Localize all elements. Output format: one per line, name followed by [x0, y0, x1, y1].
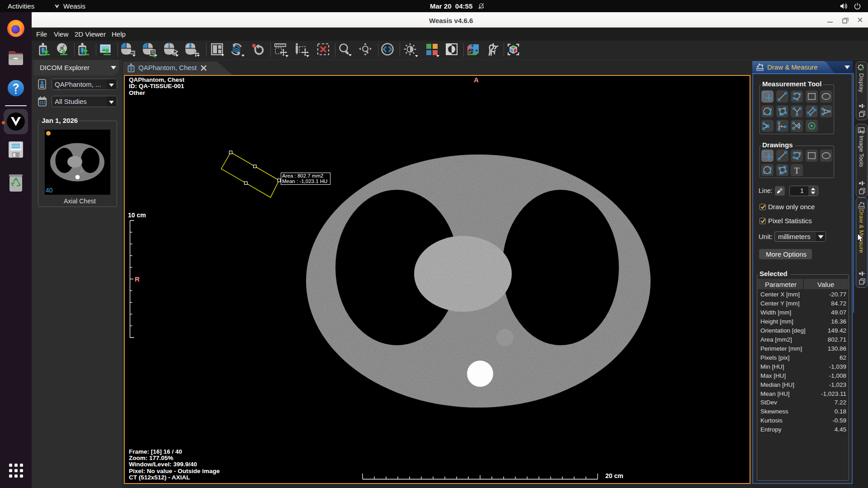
svg-text:T: T [794, 165, 799, 175]
